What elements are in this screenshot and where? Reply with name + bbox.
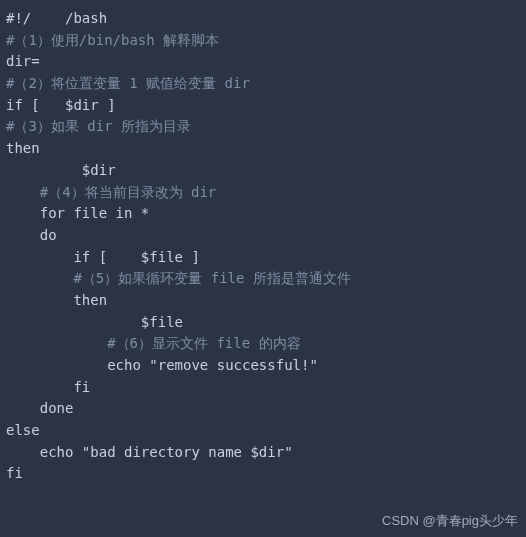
code-line: fi [6,377,520,399]
code-block: #!/ /bash#（1）使用/bin/bash 解释脚本dir=#（2）将位置… [0,0,526,493]
code-line: if [ $dir ] [6,95,520,117]
code-line: else [6,420,520,442]
watermark-text: CSDN @青春pig头少年 [382,511,518,531]
code-line: done [6,398,520,420]
code-line: #（5）如果循环变量 file 所指是普通文件 [6,268,520,290]
code-line: if [ $file ] [6,247,520,269]
code-line: #（2）将位置变量 1 赋值给变量 dir [6,73,520,95]
code-line: $file [6,312,520,334]
code-line: #!/ /bash [6,8,520,30]
code-line: #（6）显示文件 file 的内容 [6,333,520,355]
code-line: fi [6,463,520,485]
code-line: #（3）如果 dir 所指为目录 [6,116,520,138]
code-line: $dir [6,160,520,182]
code-line: #（1）使用/bin/bash 解释脚本 [6,30,520,52]
code-line: dir= [6,51,520,73]
code-line: do [6,225,520,247]
code-line: then [6,290,520,312]
code-line: #（4）将当前目录改为 dir [6,182,520,204]
code-line: for file in * [6,203,520,225]
code-line: then [6,138,520,160]
code-line: echo "remove successful!" [6,355,520,377]
code-line: echo "bad directory name $dir" [6,442,520,464]
